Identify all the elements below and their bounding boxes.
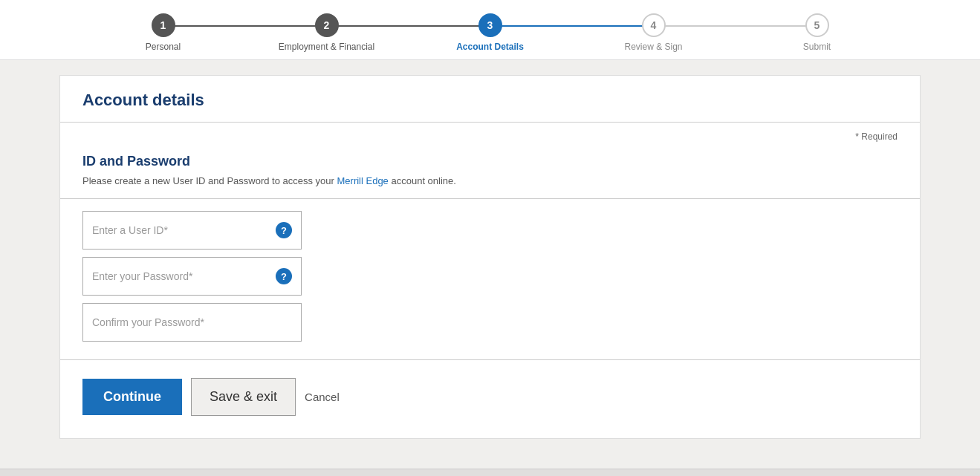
step-submit: 5 Submit — [736, 13, 899, 52]
step-label-2: Employment & Financial — [279, 42, 374, 52]
step-circle-3: 3 — [478, 13, 502, 37]
step-label-5: Submit — [803, 42, 831, 52]
steps-wrapper: 1 Personal 2 Employment & Financial 3 Ac… — [82, 13, 899, 52]
confirm-password-input[interactable] — [92, 316, 292, 328]
confirm-password-field-wrapper — [82, 303, 302, 342]
userid-input[interactable] — [92, 224, 270, 236]
step-label-3: Account Details — [456, 42, 524, 52]
step-circle-2: 2 — [315, 13, 339, 37]
step-personal: 1 Personal — [82, 13, 245, 52]
userid-group: ? — [82, 211, 898, 250]
merrill-edge-link[interactable]: Merrill Edge — [337, 175, 389, 186]
page-title: Account details — [82, 91, 898, 110]
step-circle-1: 1 — [152, 13, 175, 37]
section-desc-text1: Please create a new User ID and Password… — [82, 175, 337, 186]
section-divider — [60, 198, 920, 199]
step-label-1: Personal — [146, 42, 181, 52]
step-review-sign: 4 Review & Sign — [572, 13, 736, 52]
required-note: * Required — [82, 131, 898, 142]
section-desc-text2: account online. — [389, 175, 456, 186]
content-box: Account details * Required ID and Passwo… — [59, 75, 921, 439]
confirm-password-group — [82, 303, 898, 342]
title-divider — [60, 122, 920, 123]
step-account-details: 3 Account Details — [409, 13, 572, 52]
userid-help-icon[interactable]: ? — [276, 222, 292, 238]
continue-button[interactable]: Continue — [82, 379, 182, 415]
step-circle-5: 5 — [805, 13, 829, 37]
step-label-4: Review & Sign — [624, 42, 682, 52]
progress-bar: 1 Personal 2 Employment & Financial 3 Ac… — [0, 0, 980, 60]
step-circle-4: 4 — [642, 13, 666, 37]
main-content: Account details * Required ID and Passwo… — [0, 75, 980, 461]
password-input[interactable] — [92, 270, 270, 282]
bottom-divider — [60, 359, 920, 360]
footer: SEC Share Class Selection Disclosure Ini… — [0, 469, 980, 476]
section-title: ID and Password — [82, 154, 898, 169]
button-row: Continue Save & exit Cancel — [82, 378, 898, 416]
section-description: Please create a new User ID and Password… — [82, 175, 898, 186]
cancel-link[interactable]: Cancel — [305, 391, 340, 403]
step-employment: 2 Employment & Financial — [245, 13, 409, 52]
save-exit-button[interactable]: Save & exit — [191, 378, 296, 416]
password-help-icon[interactable]: ? — [276, 268, 292, 284]
userid-field-wrapper: ? — [82, 211, 302, 250]
password-group: ? — [82, 257, 898, 296]
password-field-wrapper: ? — [82, 257, 302, 296]
